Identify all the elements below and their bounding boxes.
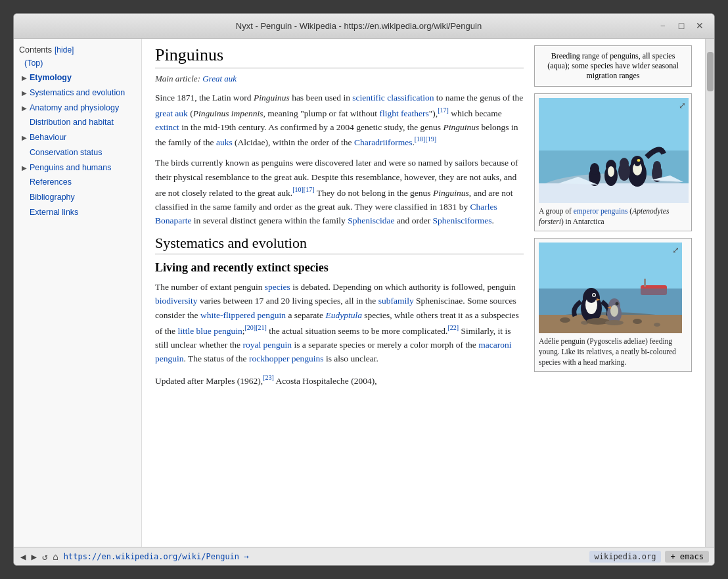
nav-home-btn[interactable]: ⌂ [51,551,59,562]
ref-17: [17] [438,106,449,114]
arrow-icon: ▶ [22,88,27,98]
nav-reload-btn[interactable]: ↺ [41,551,49,562]
emacs-button[interactable]: + emacs [665,551,709,563]
svg-point-25 [633,319,642,324]
paragraph-3: The number of extant penguin species is … [155,280,524,366]
paragraph-2: The birds currently known as penguins we… [155,156,524,227]
emperor-penguin-image: ⤢ [539,98,689,203]
scrollbar-thumb[interactable] [707,52,714,91]
arrow-icon: ▶ [22,73,27,83]
flight-feathers-link[interactable]: flight feathers [379,108,428,118]
ref-20-21: [20][21] [245,324,267,331]
svg-point-33 [586,291,597,303]
royal-penguin-link[interactable]: royal penguin [242,340,292,350]
sidebar-item-etymology[interactable]: ▶ Etymology [19,70,136,85]
macaroni-link[interactable]: macaroni penguin [155,340,511,364]
svg-point-17 [653,161,661,172]
white-flippered-link[interactable]: white-flippered penguin [200,310,286,320]
extinct-link[interactable]: extinct [155,122,179,132]
ref-10-17: [10][17] [292,186,314,193]
ref-18-19: [18][19] [415,135,436,143]
sidebar-item-label: Anatomy and physiology [30,102,119,114]
window-title: Nyxt - Penguin - Wikipedia - https://en.… [236,21,482,31]
svg-point-40 [616,302,619,306]
titlebar: Nyxt - Penguin - Wikipedia - https://en.… [14,14,714,39]
maximize-button[interactable]: □ [675,20,688,33]
svg-point-26 [654,323,660,327]
sidebar-item-references[interactable]: References [19,175,136,190]
svg-rect-2 [539,183,689,203]
eudyptula-link[interactable]: Eudyptula [325,310,362,320]
scientific-classification-link[interactable]: scientific classification [352,93,434,103]
arrow-icon: ▶ [22,103,27,113]
adelie-penguin-caption: Adélie penguin (Pygoscelis adeliae) feed… [539,336,687,367]
svg-point-8 [637,159,641,162]
main-content: Pinguinus Main article: Great auk Since … [142,39,705,547]
expand-icon[interactable]: ⤢ [679,101,686,111]
svg-point-15 [590,163,599,175]
paragraph-4: Updated after Marples (1962),[23] Acosta… [155,373,524,388]
svg-point-13 [620,158,629,170]
scrollbar[interactable] [705,39,714,547]
sidebar-item-systematics[interactable]: ▶ Systematics and evolution [19,85,136,101]
svg-point-39 [610,305,618,317]
little-blue-link[interactable]: little blue penguin [178,325,242,335]
living-species-heading: Living and recently extinct species [155,261,524,275]
sidebar-toc: Contents [hide] (Top) ▶ Etymology ▶ Syst… [14,39,142,547]
sidebar-item-distribution[interactable]: Distribution and habitat [19,115,136,130]
sidebar-item-label: Etymology [30,72,72,84]
contents-label: Contents [19,45,52,55]
paragraph-1: Since 1871, the Latin word Pinguinus has… [155,91,524,149]
ref-22: [22] [447,324,459,331]
sphenisciformes-link[interactable]: Sphenisciformes [433,216,492,225]
nav-next-btn[interactable]: ▶ [30,551,37,562]
charadriiformes-link[interactable]: Charadriiformes [354,137,412,147]
auks-link[interactable]: auks [216,137,233,147]
sidebar-item-anatomy[interactable]: ▶ Anatomy and physiology [19,101,136,116]
nav-prev-btn[interactable]: ◀ [19,551,27,562]
sidebar-item-bibliography[interactable]: Bibliography [19,190,136,205]
domain-badge: wikipedia.org [589,551,662,563]
right-column: Breeding range of penguins, all species … [534,45,692,394]
section-heading-pinguinus: Pinguinus [155,45,524,68]
emperor-penguin-caption: A group of emperor penguins (Aptenodytes… [539,206,687,227]
sidebar-item-label: Behaviour [30,131,66,144]
rockhopper-link[interactable]: rockhopper penguins [249,354,324,363]
url-display[interactable]: https://en.wikipedia.org/wiki/Penguin → [64,552,585,561]
hide-toc-link[interactable]: [hide] [55,45,74,55]
great-auk-link2[interactable]: great auk [155,108,188,118]
close-button[interactable]: ✕ [693,20,706,33]
main-article-line: Main article: Great auk [155,74,524,84]
expand-icon-2[interactable]: ⤢ [672,245,679,256]
sidebar-item-label: Systematics and evolution [30,87,125,99]
arrow-icon: ▶ [22,163,27,173]
svg-rect-28 [644,279,646,287]
window-controls: − □ ✕ [656,20,706,33]
sidebar-item-behaviour[interactable]: ▶ Behaviour [19,130,136,145]
species-link[interactable]: species [265,282,290,292]
emperor-penguin-image-box: ⤢ A group of emperor penguins (Aptenodyt… [534,93,692,231]
great-auk-link[interactable]: Great auk [202,74,237,83]
statusbar: ◀ ▶ ↺ ⌂ https://en.wikipedia.org/wiki/Pe… [14,547,714,565]
biodiversity-link[interactable]: biodiversity [155,296,198,306]
adelie-penguin-image: ⤢ [539,243,682,333]
ref-23: [23] [263,374,274,381]
emperor-penguins-link[interactable]: emperor penguins [574,207,628,215]
arrow-icon: ▶ [22,133,27,143]
minimize-button[interactable]: − [656,20,670,33]
svg-point-23 [560,317,570,323]
spheniscidae-link[interactable]: Spheniscidae [348,216,394,225]
adelie-penguin-image-box: ⤢ Adélie penguin (Pygoscelis adeliae) fe… [534,238,692,372]
svg-point-43 [605,320,624,325]
sidebar-item-external[interactable]: External links [19,205,136,220]
svg-point-11 [608,166,614,177]
sidebar-item-top[interactable]: (Top) [24,58,136,68]
subfamily-link[interactable]: subfamily [378,296,414,306]
infobox-text: Breeding range of penguins, all species … [547,51,679,80]
svg-point-35 [593,294,595,296]
sidebar-item-humans[interactable]: ▶ Penguins and humans [19,160,136,175]
sidebar-item-conservation[interactable]: Conservation status [19,145,136,160]
sidebar-item-label: Penguins and humans [30,162,111,174]
main-article-prefix: Main article: [155,74,200,83]
systematics-heading: Systematics and evolution [155,235,524,254]
